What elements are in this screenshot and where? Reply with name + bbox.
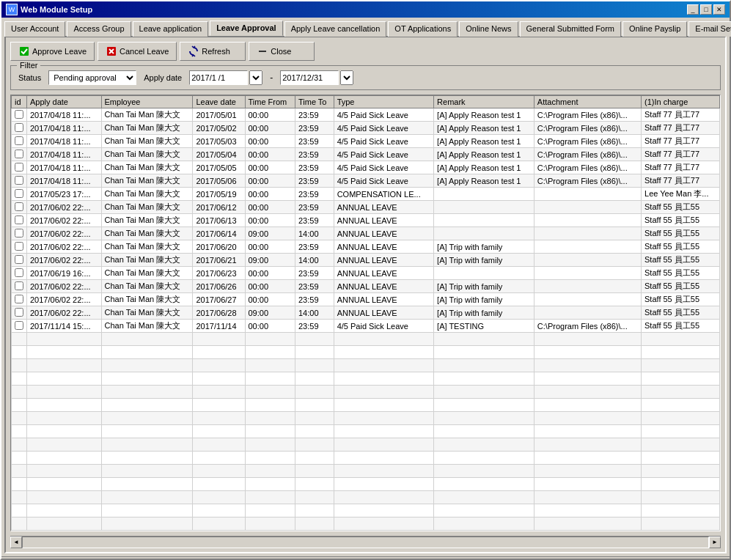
close-toolbar-icon: [257, 45, 268, 57]
minimize-button[interactable]: _: [687, 4, 699, 15]
cell-time-to: 23:59: [295, 108, 334, 122]
table-row[interactable]: 2017/04/18 11:... Chan Tai Man 陳大文 2017/…: [12, 174, 720, 188]
tab-email-settings[interactable]: E-mail Settings: [688, 21, 731, 37]
cell-checkbox[interactable]: [12, 240, 27, 254]
cell-checkbox[interactable]: [12, 135, 27, 148]
table-container[interactable]: id Apply date Employee Leave date Time F…: [10, 95, 721, 531]
cell-remark: [434, 267, 535, 280]
tab-general-submitted-form[interactable]: General Submitted Form: [520, 21, 621, 37]
col-id: id: [12, 96, 27, 108]
cancel-leave-button[interactable]: Cancel Leave: [98, 42, 177, 61]
approve-leave-button[interactable]: Approve Leave: [10, 42, 95, 61]
close-window-button[interactable]: ✕: [713, 4, 725, 15]
tab-leave-application[interactable]: Leave application: [133, 21, 209, 37]
cell-checkbox[interactable]: [12, 201, 27, 214]
cell-remark: [434, 214, 535, 227]
cell-type: ANNUAL LEAVE: [334, 227, 433, 240]
cell-leave-date: 2017/05/05: [193, 161, 245, 174]
cancel-icon: [106, 45, 117, 57]
cell-checkbox[interactable]: [12, 174, 27, 188]
maximize-button[interactable]: □: [700, 4, 712, 15]
date-to-input[interactable]: [280, 70, 339, 85]
cell-checkbox[interactable]: [12, 293, 27, 306]
refresh-button[interactable]: Refresh: [180, 42, 246, 61]
table-row[interactable]: 2017/04/18 11:... Chan Tai Man 陳大文 2017/…: [12, 122, 720, 135]
col-attachment[interactable]: Attachment: [534, 96, 641, 108]
tab-access-group[interactable]: Access Group: [67, 21, 131, 37]
cell-checkbox[interactable]: [12, 267, 27, 280]
empty-row: [12, 478, 720, 491]
cell-checkbox[interactable]: [12, 148, 27, 161]
tab-user-account[interactable]: User Account: [4, 21, 65, 37]
cell-apply-date: 2017/05/23 17:...: [27, 188, 102, 201]
cell-remark: [A] Trip with family: [434, 280, 535, 293]
cell-type: COMPENSATION LE...: [334, 188, 433, 201]
horizontal-scrollbar[interactable]: [22, 537, 709, 548]
table-row[interactable]: 2017/06/02 22:... Chan Tai Man 陳大文 2017/…: [12, 306, 720, 320]
date-from-dropdown[interactable]: [249, 70, 262, 85]
table-row[interactable]: 2017/06/02 22:... Chan Tai Man 陳大文 2017/…: [12, 254, 720, 267]
cell-in-charge: Staff 77 員工77: [642, 148, 720, 161]
cell-employee: Chan Tai Man 陳大文: [101, 293, 193, 306]
status-select[interactable]: Pending approval Approved Rejected All: [48, 70, 136, 85]
table-row[interactable]: 2017/06/02 22:... Chan Tai Man 陳大文 2017/…: [12, 280, 720, 293]
table-row[interactable]: 2017/06/02 22:... Chan Tai Man 陳大文 2017/…: [12, 201, 720, 214]
cell-checkbox[interactable]: [12, 161, 27, 174]
table-row[interactable]: 2017/06/19 16:... Chan Tai Man 陳大文 2017/…: [12, 267, 720, 280]
cell-checkbox[interactable]: [12, 227, 27, 240]
table-row[interactable]: 2017/04/18 11:... Chan Tai Man 陳大文 2017/…: [12, 148, 720, 161]
col-remark[interactable]: Remark: [434, 96, 535, 108]
filter-box: Filter Status Pending approval Approved …: [10, 65, 721, 90]
cell-employee: Chan Tai Man 陳大文: [101, 174, 193, 188]
table-row[interactable]: 2017/06/02 22:... Chan Tai Man 陳大文 2017/…: [12, 214, 720, 227]
table-row[interactable]: 2017/11/14 15:... Chan Tai Man 陳大文 2017/…: [12, 320, 720, 333]
scroll-right-button[interactable]: ►: [709, 537, 721, 548]
date-to-dropdown[interactable]: [340, 70, 353, 85]
empty-row: [12, 491, 720, 504]
cell-checkbox[interactable]: [12, 280, 27, 293]
cell-employee: Chan Tai Man 陳大文: [101, 148, 193, 161]
tab-leave-approval[interactable]: Leave Approval: [210, 21, 283, 36]
col-apply-date[interactable]: Apply date: [27, 96, 102, 108]
cell-type: ANNUAL LEAVE: [334, 280, 433, 293]
table-body: 2017/04/18 11:... Chan Tai Man 陳大文 2017/…: [12, 108, 720, 531]
cell-employee: Chan Tai Man 陳大文: [101, 280, 193, 293]
cell-time-to: 23:59: [295, 214, 334, 227]
date-from-input[interactable]: [189, 70, 248, 85]
table-row[interactable]: 2017/06/02 22:... Chan Tai Man 陳大文 2017/…: [12, 240, 720, 254]
table-row[interactable]: 2017/05/23 17:... Chan Tai Man 陳大文 2017/…: [12, 188, 720, 201]
cell-checkbox[interactable]: [12, 320, 27, 333]
close-button[interactable]: Close: [249, 42, 315, 61]
cell-checkbox[interactable]: [12, 254, 27, 267]
cell-remark: [A] Trip with family: [434, 254, 535, 267]
cell-checkbox[interactable]: [12, 306, 27, 320]
scroll-left-button[interactable]: ◄: [10, 537, 22, 548]
table-row[interactable]: 2017/04/18 11:... Chan Tai Man 陳大文 2017/…: [12, 161, 720, 174]
cell-apply-date: 2017/06/02 22:...: [27, 293, 102, 306]
tab-ot-applications[interactable]: OT Applications: [388, 21, 458, 37]
tab-apply-leave-cancellation[interactable]: Apply Leave cancellation: [284, 21, 387, 37]
col-time-to[interactable]: Time To: [295, 96, 334, 108]
col-leave-date[interactable]: Leave date: [193, 96, 245, 108]
cell-checkbox[interactable]: [12, 122, 27, 135]
tab-online-news[interactable]: Online News: [459, 21, 518, 37]
cell-checkbox[interactable]: [12, 214, 27, 227]
table-row[interactable]: 2017/04/18 11:... Chan Tai Man 陳大文 2017/…: [12, 135, 720, 148]
cell-checkbox[interactable]: [12, 188, 27, 201]
cell-leave-date: 2017/06/26: [193, 280, 245, 293]
col-employee[interactable]: Employee: [101, 96, 193, 108]
tab-online-payslip[interactable]: Online Payslip: [622, 21, 687, 37]
cell-attachment: C:\Program Files (x86)\...: [534, 108, 641, 122]
title-bar: W Web Module Setup _ □ ✕: [1, 1, 730, 18]
col-type[interactable]: Type: [334, 96, 433, 108]
cell-time-to: 23:59: [295, 201, 334, 214]
col-time-from[interactable]: Time From: [245, 96, 295, 108]
table-row[interactable]: 2017/06/02 22:... Chan Tai Man 陳大文 2017/…: [12, 227, 720, 240]
table-row[interactable]: 2017/06/02 22:... Chan Tai Man 陳大文 2017/…: [12, 293, 720, 306]
cell-employee: Chan Tai Man 陳大文: [101, 135, 193, 148]
cell-time-to: 23:59: [295, 280, 334, 293]
table-row[interactable]: 2017/04/18 11:... Chan Tai Man 陳大文 2017/…: [12, 108, 720, 122]
toolbar: Approve Leave Cancel Leave: [10, 42, 721, 61]
cell-checkbox[interactable]: [12, 108, 27, 122]
col-in-charge[interactable]: (1)In charge: [642, 96, 720, 108]
